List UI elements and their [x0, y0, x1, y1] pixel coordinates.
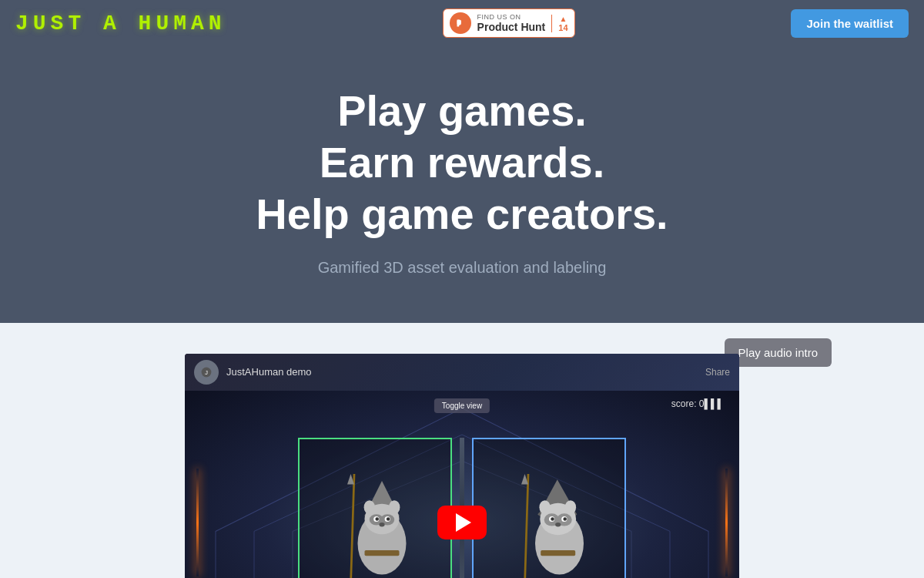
- youtube-play-button[interactable]: [437, 506, 487, 539]
- product-hunt-count: ▲ 14: [551, 15, 567, 32]
- hero-section: Play games. Earn rewards. Help game crea…: [0, 46, 924, 323]
- content-section: Play audio intro J JustAHuman demo Share: [0, 323, 924, 578]
- video-title: JustAHuman demo: [226, 366, 312, 378]
- play-audio-button[interactable]: Play audio intro: [725, 338, 832, 367]
- product-hunt-badge[interactable]: FIND US ON Product Hunt ▲ 14: [443, 8, 575, 38]
- product-hunt-icon: [450, 12, 471, 34]
- video-container: J JustAHuman demo Share: [185, 354, 739, 578]
- hero-subtext: Gamified 3D asset evaluation and labelin…: [15, 259, 909, 277]
- product-hunt-find-label: FIND US ON: [477, 13, 546, 21]
- hero-headline: Play games. Earn rewards. Help game crea…: [15, 85, 909, 240]
- video-main-content: Toggle view score: 0▌▌▌: [185, 391, 739, 578]
- join-waitlist-button[interactable]: Join the waitlist: [791, 9, 909, 38]
- svg-text:J: J: [205, 369, 208, 376]
- product-hunt-name: Product Hunt: [477, 21, 546, 33]
- video-top-bar: J JustAHuman demo Share: [185, 354, 739, 391]
- play-button-overlay[interactable]: [185, 391, 739, 578]
- product-hunt-text: FIND US ON Product Hunt: [477, 13, 546, 33]
- site-logo: JUST A HUMAN: [15, 12, 226, 35]
- channel-icon: J: [194, 360, 219, 385]
- header: JUST A HUMAN FIND US ON Product Hunt ▲ 1…: [0, 0, 924, 46]
- svg-rect-2: [457, 20, 460, 24]
- video-preview: J JustAHuman demo Share: [185, 354, 739, 578]
- video-share-label: Share: [705, 367, 730, 378]
